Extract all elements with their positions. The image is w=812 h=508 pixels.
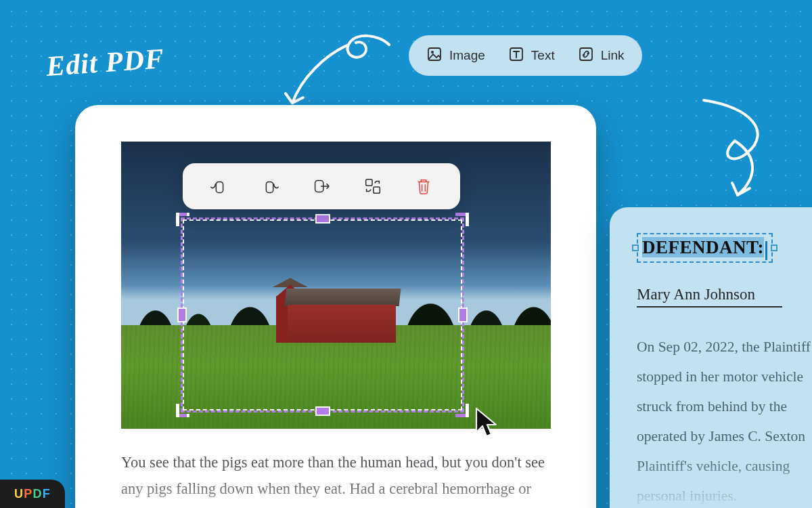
document-body-text[interactable]: You see that the pigs eat more than the … [121, 449, 550, 508]
handle-top-right[interactable] [455, 213, 469, 226]
defendant-label[interactable]: DEFENDANT: [642, 237, 764, 257]
decorative-arrow-left [277, 31, 406, 112]
text-icon [508, 46, 524, 66]
defendant-name[interactable]: Mary Ann Johnson [637, 286, 782, 308]
image-icon [426, 46, 443, 66]
handle-bottom-left[interactable] [176, 404, 189, 417]
handle-top-left[interactable] [176, 213, 189, 226]
toolbar-item-label: Link [601, 48, 625, 63]
edit-mode-toolbar: Image Text Link [409, 35, 642, 76]
text-handle-right[interactable] [771, 245, 777, 251]
handle-bottom-right[interactable] [455, 404, 469, 417]
rotate-right-button[interactable] [258, 175, 281, 198]
toolbar-image-button[interactable]: Image [426, 46, 485, 66]
svg-point-1 [431, 51, 434, 54]
link-icon [578, 46, 594, 66]
handle-right[interactable] [458, 308, 468, 322]
handle-top[interactable] [315, 214, 330, 224]
cursor-icon [474, 406, 501, 439]
brand-badge: UPDF [0, 480, 65, 508]
svg-rect-7 [365, 179, 371, 186]
svg-rect-4 [216, 182, 223, 192]
toolbar-text-button[interactable]: Text [508, 46, 555, 66]
toolbar-item-label: Text [531, 48, 555, 63]
handle-left[interactable] [177, 308, 187, 322]
text-handle-left[interactable] [632, 245, 639, 251]
handle-bottom[interactable] [315, 406, 330, 416]
image-edit-toolbar [183, 163, 460, 209]
extract-image-button[interactable] [310, 175, 333, 198]
decorative-arrow-right [690, 95, 798, 203]
svg-rect-8 [374, 187, 380, 193]
rotate-left-button[interactable] [208, 175, 231, 198]
toolbar-link-button[interactable]: Link [578, 46, 625, 66]
replace-image-button[interactable] [361, 175, 384, 198]
delete-image-button[interactable] [412, 175, 435, 198]
text-selection-box[interactable]: DEFENDANT: [637, 233, 773, 263]
text-edit-panel: DEFENDANT: Mary Ann Johnson On Sep 02, 2… [610, 207, 812, 508]
panel-body-text[interactable]: On Sep 02, 2022, the Plaintiff stopped i… [637, 332, 812, 508]
hero-title: Edit PDF [45, 42, 166, 83]
text-caret [765, 241, 767, 260]
svg-rect-3 [580, 48, 592, 60]
toolbar-item-label: Image [449, 48, 485, 63]
svg-rect-5 [267, 182, 273, 192]
